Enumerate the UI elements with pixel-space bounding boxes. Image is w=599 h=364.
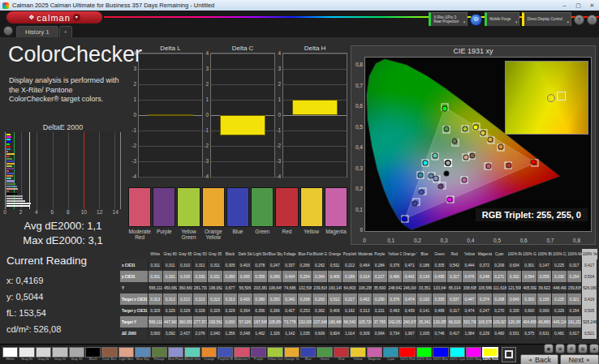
history-menu-button[interactable] (3, 26, 13, 36)
cell: 39,622 (537, 282, 551, 293)
cell: 0,332 (507, 271, 522, 282)
de-bar-orange (6, 175, 13, 177)
patch-button-100-red[interactable]: 100% Red (399, 347, 415, 362)
patch-button-yellow-green[interactable]: Yellow Green (267, 347, 282, 362)
measure-control-button-2[interactable]: ⊕ (555, 344, 565, 353)
measure-control-button-4[interactable]: ◍ (578, 344, 588, 353)
close-button[interactable]: ✕ (585, 0, 599, 11)
grid-line (139, 161, 202, 162)
patch-button-black[interactable]: Black (85, 347, 101, 362)
swatch-orange-yellow: Orange Yellow (202, 187, 225, 240)
patch-button-purple[interactable]: Purple (251, 347, 266, 362)
patch-button-magenta[interactable]: Magenta (367, 347, 382, 362)
grid-line (53, 132, 54, 209)
col-header-foliage: Foliage (282, 249, 297, 259)
patch-button-foliage[interactable]: Foliage (152, 347, 167, 362)
de-bar-bluish-green (6, 178, 11, 179)
tab-history-1[interactable]: History 1 (16, 26, 58, 37)
back-button[interactable]: ◄ Back (520, 354, 559, 364)
notification-button[interactable]: ! (587, 15, 597, 25)
patch-button-blue-sky[interactable]: Blue Sky (135, 347, 150, 362)
cell: 0,824 (327, 328, 342, 339)
col-header-magenta: Magenta (477, 249, 492, 259)
minimize-button[interactable]: – (558, 0, 571, 11)
meter-status-icon[interactable]: ⊖ (470, 14, 482, 26)
patch-button-100-blue[interactable]: 100% Blue (433, 347, 448, 362)
next-button[interactable]: Next ► (560, 354, 599, 364)
cell: 0,301 (522, 259, 537, 271)
maximize-button[interactable]: ▢ (571, 0, 585, 11)
help-button[interactable]: ? (574, 15, 584, 25)
patch-button-purplish-blue[interactable]: Purplish Blue (218, 347, 233, 362)
measured-point-red (507, 164, 511, 168)
stop-button[interactable] (502, 347, 516, 362)
cell: 130,055 (432, 316, 446, 328)
patch-label: 100% Magenta (466, 358, 481, 362)
patch-button-red[interactable]: Red (334, 347, 349, 362)
patch-button-blue-flower[interactable]: Blue Flower (168, 347, 183, 362)
swatch-label: Yellow (300, 229, 323, 234)
patch-button-gray-65[interactable]: Gray 65 (36, 347, 51, 362)
de-bar-100-blue (6, 141, 11, 143)
de-bar-100-red (6, 146, 11, 148)
grid-line (139, 177, 202, 178)
patch-button-light-skin[interactable]: Light Skin (119, 347, 134, 362)
patch-button-white[interactable]: White (2, 347, 18, 362)
measure-control-button-1[interactable]: ◉ (544, 344, 554, 353)
cell: 1,084 (462, 328, 476, 339)
patch-button-moderate-red[interactable]: Moderate Red (234, 347, 249, 362)
col-header-red: Red (447, 249, 462, 259)
patch-button-100-cyan[interactable]: 100% Cyan (450, 347, 465, 362)
de2000-histogram-plot (5, 132, 121, 209)
swatch-color (202, 187, 225, 227)
patch-button-gray-50[interactable]: Gray 50 (52, 347, 67, 362)
col-header-bluish-green: Bluish Green (312, 249, 327, 259)
patch-button-100-magenta[interactable]: 100% Magenta (466, 347, 481, 362)
swatch-color (251, 187, 274, 227)
cell: 159,835 (567, 282, 581, 293)
patch-label: Orange Yellow (284, 358, 300, 362)
patch-button-gray-80[interactable]: Gray 80 (19, 347, 34, 362)
patch-button-cyan[interactable]: Cyan (383, 347, 399, 362)
cie-y-tick: 0,2 (352, 186, 363, 191)
patch-button-green[interactable]: Green (317, 347, 332, 362)
cell: 0,419 (582, 293, 597, 305)
cell: 0,331 (162, 271, 177, 282)
swatch-magenta: Magenta (325, 187, 347, 240)
cell: 56,506 (238, 282, 252, 293)
source-device-button[interactable]: Mobile Forge▾ (485, 12, 519, 27)
delta-bar (220, 115, 265, 135)
calman-menu-button[interactable]: ❖ calman ▾ (6, 11, 102, 24)
y-tick-label: -2 (128, 143, 136, 148)
add-tab-button[interactable]: + (59, 26, 72, 37)
cell: 121,599 (507, 282, 522, 293)
patch-button-yellow[interactable]: Yellow (350, 347, 365, 362)
swatch-label: Magenta (325, 229, 347, 234)
patch-button-100-green[interactable]: 100% Green (416, 347, 432, 362)
display-control-button[interactable]: Direct Display Control▾ (522, 12, 571, 27)
patch-button-orange[interactable]: Orange (201, 347, 217, 362)
cie-y-tick: 0,1 (352, 207, 363, 212)
patch-button-blue[interactable]: Blue (300, 347, 316, 362)
cell: 2,076 (192, 328, 207, 339)
cell: 0,217 (373, 271, 387, 282)
patch-label: Red (334, 358, 349, 362)
patch-button-100-yellow[interactable]: 100% Yellow (482, 347, 498, 362)
patch-button-bluish-green[interactable]: Bluish Green (184, 347, 200, 362)
row-label: ΔE 2000 (120, 328, 148, 339)
chevron-down-icon: ▾ (463, 20, 466, 25)
cell: 0,290 (373, 293, 387, 305)
col-header-purple: Purple (373, 249, 387, 259)
patch-button-orange-yellow[interactable]: Orange Yellow (284, 347, 300, 362)
cell: 0,434 (282, 271, 297, 282)
col-header-gray-80: Gray 80 (162, 249, 177, 259)
measure-control-button-3[interactable]: A (567, 344, 576, 353)
meter-device-button[interactable]: X-Rite i1Pro 3 Rear Projection▾ (429, 12, 468, 27)
de-bar-100-yellow (6, 134, 11, 135)
col-header-white: White (148, 249, 162, 259)
x-tick-label: 10 (79, 209, 88, 215)
cie-y-tick: 0,6 (352, 103, 363, 109)
measure-control-button-5[interactable]: ● (589, 344, 599, 353)
patch-button-dark-skin[interactable]: Dark Skin (101, 347, 117, 362)
patch-button-gray-35[interactable]: Gray 35 (69, 347, 84, 362)
